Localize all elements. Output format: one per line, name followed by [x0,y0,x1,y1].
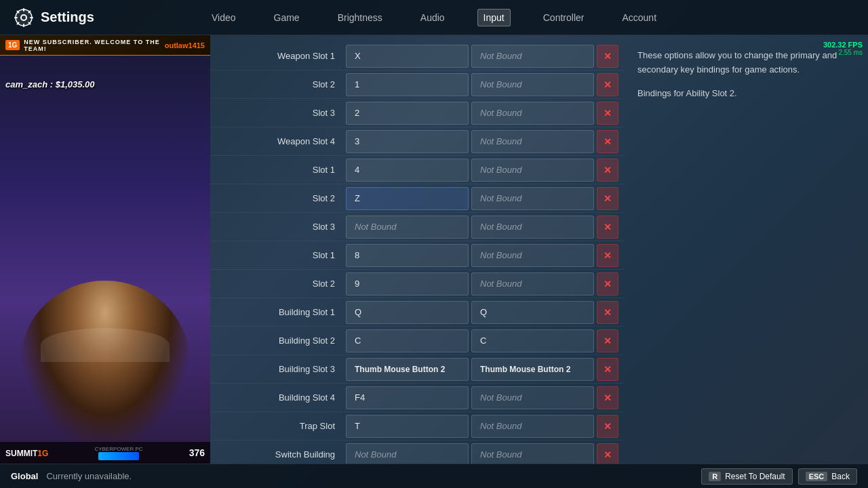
binding-secondary-12[interactable]: Not Bound [471,386,594,409]
table-row: Weapon Slot 1 X Not Bound ✕ [210,42,624,70]
binding-secondary-0[interactable]: Not Bound [471,45,594,68]
binding-primary-1[interactable]: 1 [346,73,469,96]
app-logo: Settings [14,7,94,28]
binding-delete-9[interactable]: ✕ [597,301,618,324]
binding-secondary-11[interactable]: Thumb Mouse Button 2 [471,358,594,381]
binding-secondary-2[interactable]: Not Bound [471,102,594,125]
main-content: 1G NEW SUBSCRIBER. WELCOME TO THE TEAM! … [0,35,868,464]
fps-counter: 302.32 FPS 2.55 ms [823,41,863,56]
binding-label-slot-3: Slot 3 [210,108,346,118]
binding-secondary-3[interactable]: Not Bound [471,130,594,153]
binding-primary-10[interactable]: C [346,329,469,352]
topbar: Settings Video Game Brightness Audio Inp… [0,0,868,35]
binding-primary-14[interactable]: Not Bound [346,443,469,464]
binding-delete-14[interactable]: ✕ [597,443,618,464]
binding-label-building-1: Building Slot 1 [210,307,346,317]
fps-ms: 2.55 ms [823,49,863,56]
binding-secondary-14[interactable]: Not Bound [471,443,594,464]
table-row: Building Slot 4 F4 Not Bound ✕ [210,384,624,412]
binding-secondary-6[interactable]: Not Bound [471,216,594,239]
binding-primary-13[interactable]: T [346,415,469,438]
binding-secondary-1[interactable]: Not Bound [471,73,594,96]
binding-delete-0[interactable]: ✕ [597,45,618,68]
binding-label-building-3: Building Slot 3 [210,364,346,374]
cam-score: 376 [189,447,205,458]
cam-logo: SUMMIT1G [5,447,48,459]
binding-delete-2[interactable]: ✕ [597,102,618,125]
binding-secondary-10[interactable]: C [471,329,594,352]
info-main-text: These options allow you to change the pr… [637,49,854,77]
binding-secondary-13[interactable]: Not Bound [471,415,594,438]
nav-bar: Video Game Brightness Audio Input Contro… [206,9,662,26]
reset-key: R [709,472,721,481]
nav-audio[interactable]: Audio [415,9,450,26]
table-row: Slot 3 Not Bound Not Bound ✕ [210,213,624,241]
binding-primary-8[interactable]: 9 [346,272,469,296]
back-label: Back [831,472,850,481]
binding-secondary-7[interactable]: Not Bound [471,244,594,267]
bindings-scroll[interactable]: Weapon Slot 1 X Not Bound ✕ Slot 2 1 Not… [210,35,624,464]
binding-label-switch: Switch Building [210,449,346,460]
binding-delete-11[interactable]: ✕ [597,358,618,381]
binding-secondary-8[interactable]: Not Bound [471,272,594,296]
table-row: Weapon Slot 4 3 Not Bound ✕ [210,127,624,156]
binding-delete-1[interactable]: ✕ [597,73,618,96]
binding-label-slot3-ability: Slot 3 [210,222,346,232]
nav-video[interactable]: Video [206,9,241,26]
table-row: Slot 3 2 Not Bound ✕ [210,99,624,127]
binding-delete-4[interactable]: ✕ [597,159,618,182]
binding-primary-9[interactable]: Q [346,301,469,324]
binding-delete-8[interactable]: ✕ [597,272,618,296]
binding-secondary-5[interactable]: Not Bound [471,187,594,210]
back-button[interactable]: ESC Back [798,468,857,485]
reset-label: Reset To Default [725,472,785,481]
binding-delete-5[interactable]: ✕ [597,187,618,210]
nav-brightness[interactable]: Brightness [332,9,388,26]
binding-secondary-9[interactable]: Q [471,301,594,324]
binding-secondary-4[interactable]: Not Bound [471,159,594,182]
table-row: Building Slot 2 C C ✕ [210,327,624,355]
binding-primary-3[interactable]: 3 [346,130,469,153]
app-title: Settings [41,9,94,25]
binding-label-slot1-b: Slot 1 [210,250,346,260]
nav-game[interactable]: Game [269,9,305,26]
binding-primary-4[interactable]: 4 [346,159,469,182]
reset-default-button[interactable]: R Reset To Default [701,468,792,485]
binding-primary-11[interactable]: Thumb Mouse Button 2 [346,358,469,381]
nav-controller[interactable]: Controller [538,9,590,26]
bottom-left: Global Currently unavailable. [11,471,132,481]
binding-label-slot1-ability: Slot 1 [210,165,346,175]
binding-label-slot-2: Slot 2 [210,79,346,89]
binding-primary-0[interactable]: X [346,45,469,68]
cam-sponsor-label: CYBERPOWER PC [94,446,142,452]
binding-label-slot2-b: Slot 2 [210,279,346,289]
binding-label-building-2: Building Slot 2 [210,336,346,346]
binding-primary-5[interactable]: Z [346,187,469,210]
binding-label-weapon-slot-1: Weapon Slot 1 [210,51,346,61]
binding-delete-13[interactable]: ✕ [597,415,618,438]
subscriber-banner: 1G NEW SUBSCRIBER. WELCOME TO THE TEAM! … [0,35,210,56]
binding-delete-6[interactable]: ✕ [597,216,618,239]
binding-label-slot2-ability: Slot 2 [210,193,346,203]
binding-primary-6[interactable]: Not Bound [346,216,469,239]
svg-point-1 [16,9,32,26]
binding-primary-12[interactable]: F4 [346,386,469,409]
binding-delete-3[interactable]: ✕ [597,130,618,153]
table-row: Trap Slot T Not Bound ✕ [210,412,624,441]
binding-delete-10[interactable]: ✕ [597,329,618,352]
cam-overlay-text: cam_zach : $1,035.00 [5,79,95,89]
binding-primary-7[interactable]: 8 [346,244,469,267]
nav-input[interactable]: Input [477,9,511,26]
fps-value: 302.32 FPS [823,41,863,49]
settings-icon [14,7,34,28]
binding-delete-7[interactable]: ✕ [597,244,618,267]
binding-primary-2[interactable]: 2 [346,102,469,125]
table-row: Slot 1 8 Not Bound ✕ [210,241,624,270]
binding-delete-12[interactable]: ✕ [597,386,618,409]
cam-bottom-bar: SUMMIT1G CYBERPOWER PC 376 [0,442,210,464]
bindings-panel: Weapon Slot 1 X Not Bound ✕ Slot 2 1 Not… [210,35,624,464]
nav-account[interactable]: Account [616,9,662,26]
table-row: Switch Building Not Bound Not Bound ✕ [210,441,624,464]
back-key: ESC [806,472,828,481]
cam-overlay: cam_zach : $1,035.00 SUMMIT1G CYBERPOWER… [0,56,210,464]
